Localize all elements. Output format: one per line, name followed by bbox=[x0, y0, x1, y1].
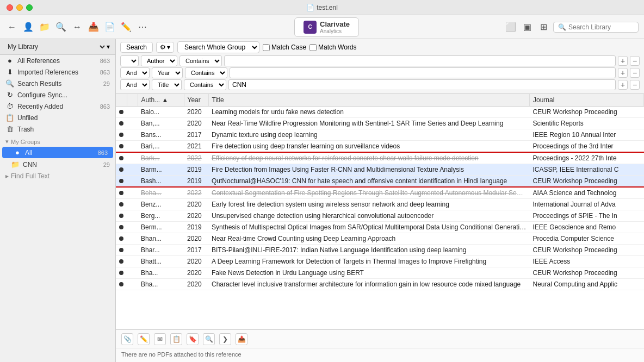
search-button[interactable]: Search bbox=[120, 42, 153, 53]
search-logic-2[interactable]: And bbox=[120, 67, 150, 78]
import-button[interactable]: 📥 bbox=[87, 21, 100, 34]
sidebar-item-search-results[interactable]: 🔍 Search Results 29 bbox=[0, 78, 115, 89]
bookmark-button[interactable]: 🔖 bbox=[187, 333, 199, 345]
panel-toggle-button[interactable]: ⬜ bbox=[504, 21, 517, 34]
search-logic-1[interactable] bbox=[120, 55, 139, 66]
dot-cell bbox=[116, 152, 127, 164]
sync-button[interactable]: ↔ bbox=[71, 21, 84, 34]
new-ref-button[interactable]: 📄 bbox=[103, 21, 116, 34]
layout-button[interactable]: ⊞ bbox=[537, 21, 550, 34]
search-ref-button[interactable]: 🔍 bbox=[203, 333, 215, 345]
table-row[interactable]: Bari,...2021Fire detection using deep tr… bbox=[116, 141, 644, 153]
author-cell: Ban,... bbox=[138, 118, 184, 129]
search-operator-2[interactable]: Contains bbox=[185, 67, 227, 78]
match-case-checkbox[interactable] bbox=[263, 44, 270, 51]
year-cell: 2021 bbox=[184, 141, 208, 153]
sidebar-item-group-cnn[interactable]: 📁 CNN 29 bbox=[0, 159, 115, 170]
col-pdf[interactable] bbox=[127, 94, 138, 107]
search-value-3[interactable] bbox=[228, 79, 616, 90]
table-row[interactable]: Benz...2020Early forest fire detection s… bbox=[116, 199, 644, 210]
search-value-2[interactable] bbox=[230, 67, 616, 78]
sidebar-item-imported-references[interactable]: ⬇ Imported References 863 bbox=[0, 66, 115, 78]
match-words-label[interactable]: Match Words bbox=[309, 43, 356, 51]
search-field-1[interactable]: Author bbox=[141, 55, 177, 66]
table-row[interactable]: Bha...2020Fake News Detection in Urdu La… bbox=[116, 267, 644, 279]
sidebar-header: My Library ▾ bbox=[0, 39, 115, 55]
remove-row-3-button[interactable]: − bbox=[630, 80, 640, 90]
sidebar-item-group-all[interactable]: ● All 863 bbox=[2, 147, 113, 158]
sidebar-item-all-references[interactable]: ● All References 863 bbox=[0, 55, 115, 66]
add-reference-button[interactable]: 👤 bbox=[22, 21, 35, 34]
find-fulltext-button[interactable]: 🔍 bbox=[54, 21, 67, 34]
sidebar-item-trash[interactable]: 🗑 Trash bbox=[0, 123, 115, 135]
sidebar-item-configure-sync[interactable]: ↻ Configure Sync... bbox=[0, 89, 115, 101]
email-button[interactable]: ✉ bbox=[154, 333, 166, 345]
edit-ref-button[interactable]: ✏️ bbox=[138, 333, 150, 345]
table-row[interactable]: Berg...2020Unsupervised change detection… bbox=[116, 210, 644, 222]
match-case-label[interactable]: Match Case bbox=[263, 43, 306, 51]
title-cell: Early forest fire detection system using… bbox=[208, 199, 530, 210]
search-operator-3[interactable]: Contains bbox=[184, 79, 226, 90]
table-row[interactable]: Barm...2019Fire Detection from Images Us… bbox=[116, 164, 644, 176]
table-row[interactable]: Berm...2019Synthesis of Multispectral Op… bbox=[116, 222, 644, 233]
add-row-2-button[interactable]: + bbox=[618, 68, 628, 78]
author-cell: Bark... bbox=[138, 152, 184, 164]
sidebar-item-recently-added[interactable]: ⏱ Recently Added 863 bbox=[0, 101, 115, 112]
toolbar-center: C Clarivate Analytics bbox=[153, 17, 500, 37]
export-button[interactable]: 📤 bbox=[236, 333, 247, 345]
title-cell: Near Real-Time Wildfire Progression Moni… bbox=[208, 118, 530, 129]
table-row[interactable]: Bash...2019QutNocturnal@HASOC'19: CNN fo… bbox=[116, 176, 644, 188]
journal-cell: CEUR Workshop Proceeding bbox=[530, 245, 644, 256]
add-row-1-button[interactable]: + bbox=[618, 56, 628, 66]
search-field-3[interactable]: Title bbox=[152, 79, 182, 90]
panel-right-button[interactable]: ▣ bbox=[521, 21, 534, 34]
back-button[interactable]: ← bbox=[5, 21, 18, 34]
remove-row-2-button[interactable]: − bbox=[630, 68, 640, 78]
search-group-select[interactable]: Search Whole Group bbox=[177, 41, 259, 53]
title-cell: Fake News Detection in Urdu Language usi… bbox=[208, 267, 530, 279]
add-row-3-button[interactable]: + bbox=[618, 80, 628, 90]
sidebar-item-unfiled[interactable]: 📋 Unfiled bbox=[0, 112, 115, 123]
journal-cell: International Journal of Adva bbox=[530, 199, 644, 210]
new-group-button[interactable]: 📁 bbox=[38, 21, 51, 34]
table-row[interactable]: Bhatt...2020A Deep Learning Framework fo… bbox=[116, 256, 644, 267]
table-row[interactable]: Balo...2020Learning models for urdu fake… bbox=[116, 107, 644, 118]
search-value-1[interactable] bbox=[224, 55, 616, 66]
fullscreen-button[interactable] bbox=[26, 4, 33, 11]
col-title[interactable]: Title bbox=[208, 94, 530, 107]
copy-button[interactable]: 📋 bbox=[170, 333, 182, 345]
table-row[interactable]: Bha...2020Character level inclusive tran… bbox=[116, 279, 644, 290]
title-cell: Unsupervised change detection using hier… bbox=[208, 210, 530, 222]
reference-table: Auth... ▲ Year Title Journal Balo...2020… bbox=[116, 94, 644, 290]
search-logic-3[interactable]: And bbox=[120, 79, 150, 90]
search-library-input[interactable] bbox=[568, 23, 634, 31]
author-cell: Bha... bbox=[138, 267, 184, 279]
col-year[interactable]: Year bbox=[184, 94, 208, 107]
search-operator-1[interactable]: Contains bbox=[179, 55, 222, 66]
close-button[interactable] bbox=[7, 4, 13, 11]
minimize-button[interactable] bbox=[16, 4, 23, 11]
edit-button[interactable]: ✏️ bbox=[120, 21, 133, 34]
table-row[interactable]: Bark...2022Efficiency of deep neural net… bbox=[116, 152, 644, 164]
library-selector[interactable]: My Library bbox=[5, 42, 107, 51]
col-journal[interactable]: Journal bbox=[530, 94, 644, 107]
window-title: 📄 test.enl bbox=[306, 4, 338, 11]
more-button[interactable]: ⋯ bbox=[136, 21, 149, 34]
search-field-2[interactable]: Year bbox=[152, 67, 183, 78]
find-full-text-section[interactable]: ▸ Find Full Text bbox=[0, 170, 115, 182]
my-groups-label: ▾ My Groups bbox=[0, 135, 115, 146]
journal-cell: CEUR Workshop Proceeding bbox=[530, 267, 644, 279]
table-row[interactable]: Ban,...2020Near Real-Time Wildfire Progr… bbox=[116, 118, 644, 129]
remove-row-1-button[interactable]: − bbox=[630, 56, 640, 66]
chevron-right-btn[interactable]: ❯ bbox=[219, 333, 231, 345]
col-author[interactable]: Auth... ▲ bbox=[138, 94, 184, 107]
traffic-lights bbox=[7, 4, 33, 11]
attach-pdf-button[interactable]: 📎 bbox=[121, 333, 133, 345]
table-row[interactable]: Bhar...2017BITS-Pilani@INLI-FIRE-2017: I… bbox=[116, 245, 644, 256]
col-dot[interactable] bbox=[116, 94, 127, 107]
table-row[interactable]: Bhan...2020Near Real-time Crowd Counting… bbox=[116, 233, 644, 245]
table-row[interactable]: Bans...2017Dynamic texture using deep le… bbox=[116, 129, 644, 141]
search-settings-button[interactable]: ⚙ ▾ bbox=[156, 42, 174, 53]
match-words-checkbox[interactable] bbox=[309, 44, 317, 51]
table-row[interactable]: Beha...2022Contextual Segmentation of Fi… bbox=[116, 187, 644, 199]
